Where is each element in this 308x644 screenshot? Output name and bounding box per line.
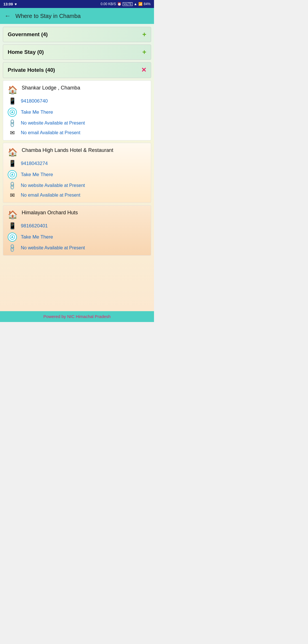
status-time: 13:09 [3,2,13,6]
accordion-private-hotels-close-icon: ✕ [141,66,146,74]
hotel-1-house-icon: 🏠 [8,85,18,95]
accordion-government-expand-icon: + [142,31,146,38]
hotel-3-nav-text[interactable]: Take Me There [21,234,53,240]
accordion-government-label: Government (4) [8,31,48,38]
hotel-2-email[interactable]: No email Available at Present [21,193,80,198]
hotel-3-phone-row[interactable]: 📱 9816620401 [8,222,146,230]
hotel-3-website[interactable]: No website Available at Present [21,245,85,250]
footer: Powered by NIC Himachal Pradesh [0,311,154,322]
accordion-government[interactable]: Government (4) + [3,27,151,42]
status-time-section: 13:09 ♥ [3,2,17,6]
hotel-1-nav-text[interactable]: Take Me There [21,109,53,115]
hotel-3-link-icon: 🔗 [7,242,18,254]
accordion-homestay-label: Home Stay (0) [8,49,44,55]
hotel-card-2: 🏠 Chamba High Lands Hotel & Restaurant 📱… [3,143,151,203]
network-speed: 0.00 KB/S [101,2,116,6]
alarm-icon: ⏰ [117,2,121,6]
hotel-3-name-row: 🏠 Himalayan Orchard Huts [8,209,146,219]
hotel-1-phone-icon: 📱 [8,97,17,105]
hotel-2-nav-row[interactable]: Take Me There [8,170,146,179]
app-bar: ← Where to Stay in Chamba [0,8,154,24]
hotel-2-email-icon: ✉ [8,192,17,199]
svg-marker-3 [11,173,13,176]
hotel-1-email-row[interactable]: ✉ No email Available at Present [8,129,146,136]
hotel-1-phone[interactable]: 9418006740 [21,98,48,104]
hotel-2-website[interactable]: No website Available at Present [21,183,85,188]
hotel-1-nav-row[interactable]: Take Me There [8,108,146,117]
hotel-2-nav-icon [8,170,17,179]
hotel-card-3: 🏠 Himalayan Orchard Huts 📱 9816620401 Ta… [3,205,151,256]
accordion-homestay[interactable]: Home Stay (0) + [3,44,151,60]
hotel-1-nav-icon [8,108,17,117]
svg-marker-5 [11,235,13,238]
hotel-1-website[interactable]: No website Available at Present [21,121,85,126]
hotel-2-phone-icon: 📱 [8,160,17,167]
svg-marker-1 [11,111,13,113]
battery-label: 84% [144,2,151,6]
back-button[interactable]: ← [5,12,11,20]
hotel-3-name: Himalayan Orchard Huts [22,209,78,216]
signal-icon: 📶 [138,2,143,6]
hotel-card-1: 🏠 Shankar Lodge , Chamba 📱 9418006740 Ta… [3,80,151,140]
hotel-2-name: Chamba High Lands Hotel & Restaurant [22,147,113,154]
hotel-2-house-icon: 🏠 [8,148,18,157]
hotel-3-house-icon: 🏠 [8,210,18,219]
hotel-3-phone[interactable]: 9816620401 [21,223,48,229]
volte-label: VoLTE [123,2,133,6]
hotel-1-website-row[interactable]: 🔗 No website Available at Present [8,120,146,127]
hotel-2-name-row: 🏠 Chamba High Lands Hotel & Restaurant [8,147,146,157]
wifi-icon: ▲ [134,2,137,6]
hotel-2-email-row[interactable]: ✉ No email Available at Present [8,192,146,199]
hotel-1-name-row: 🏠 Shankar Lodge , Chamba [8,85,146,95]
hotel-1-name: Shankar Lodge , Chamba [22,85,80,91]
accordion-private-hotels-label: Private Hotels (40) [8,67,55,73]
main-content: Government (4) + Home Stay (0) + Private… [0,24,154,311]
status-right-section: 0.00 KB/S ⏰ VoLTE ▲ 📶 84% [101,2,151,6]
hotel-2-website-row[interactable]: 🔗 No website Available at Present [8,182,146,189]
hotel-1-email[interactable]: No email Available at Present [21,130,80,135]
footer-text: Powered by NIC Himachal Pradesh [43,314,111,319]
hotel-2-link-icon: 🔗 [7,180,18,191]
hotel-3-website-row[interactable]: 🔗 No website Available at Present [8,244,146,251]
accordion-private-hotels[interactable]: Private Hotels (40) ✕ [3,62,151,78]
hotel-1-phone-row[interactable]: 📱 9418006740 [8,97,146,105]
accordion-homestay-expand-icon: + [142,49,146,56]
hotel-2-phone[interactable]: 9418043274 [21,161,48,166]
heart-icon: ♥ [15,2,17,6]
status-bar: 13:09 ♥ 0.00 KB/S ⏰ VoLTE ▲ 📶 84% [0,0,154,8]
hotel-1-link-icon: 🔗 [7,117,18,129]
hotel-1-email-icon: ✉ [8,129,17,136]
hotel-2-phone-row[interactable]: 📱 9418043274 [8,160,146,167]
hotel-3-nav-icon [8,233,17,242]
hotel-3-nav-row[interactable]: Take Me There [8,233,146,242]
page-title: Where to Stay in Chamba [15,13,81,19]
hotel-2-nav-text[interactable]: Take Me There [21,172,53,178]
hotel-3-phone-icon: 📱 [8,222,17,230]
